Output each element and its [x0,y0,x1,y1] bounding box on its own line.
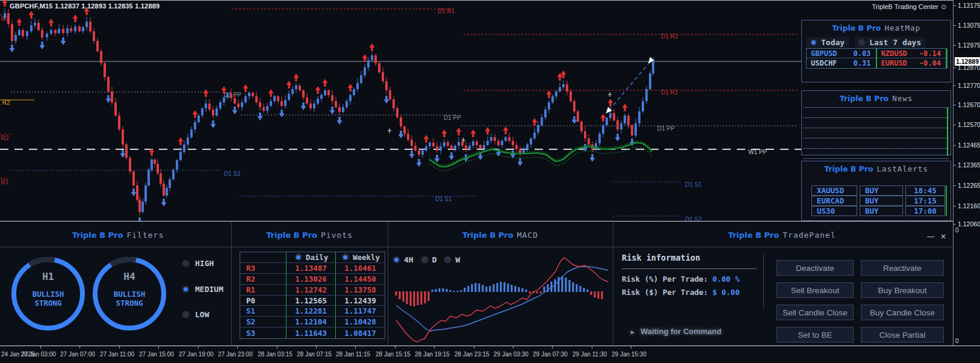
radio-icon[interactable] [342,253,349,261]
signal-arrows [2,0,635,225]
heatmap-cell: USDCHF0.31 [807,58,876,68]
pivot-row-r3: R3 1.13487 1.16461 [240,263,385,274]
alert-row: EURCAD BUY 17:15 [811,196,945,206]
sell-breakout-button[interactable]: Sell Breakout [777,282,854,298]
svg-text:D1 R2: D1 R2 [0,135,9,141]
trendline[interactable] [609,60,651,110]
time-label: 27 Jan 19:00 [179,351,214,358]
risk-dollar-line: Risk ($) Per Trade: $ 0.00 [622,288,757,297]
h1-gauge-text: H1 BULLISH STRONG [10,271,87,308]
price-label: 1.13175 [958,2,980,9]
time-axis[interactable]: 24 Jan 202527 Jan 03:0027 Jan 07:0027 Ja… [0,346,980,363]
trading-terminal: D1 R3D1 R1D1 R2D1 R1D1 PPW1 R2D1 R2D1 R1… [0,0,980,363]
filter-radio-medium[interactable]: MEDIUM [182,285,223,294]
pivots-header-row: Daily Weekly [240,252,385,263]
heatmap-cell: GBPUSD0.03 [807,49,876,58]
time-label: 29 Jan 03:30 [494,351,529,358]
set-to-be-button[interactable]: Set to BE [777,327,854,343]
heatmap-col-left: GBPUSD0.03 USDCHF0.31 [807,49,877,68]
symbol-ohlc-info: GBPCHF,M15 1.12837 1.12893 1.12835 1.128… [10,2,160,10]
minimize-icon[interactable]: — [927,232,934,241]
time-tick [592,346,592,349]
time-tick [552,346,553,349]
time-tick [40,346,41,349]
play-icon: ► [630,329,636,335]
radio-icon[interactable] [182,285,190,293]
close-partial-button[interactable]: Close Partial [861,327,944,343]
heatmap-col-right: NZDUSD-0.14 EURUSD-0.04 [877,49,947,68]
radio-icon[interactable] [858,39,866,46]
svg-text:D1 S1: D1 S1 [435,196,452,202]
window-separator[interactable] [0,221,953,222]
time-tick [79,346,80,349]
time-tick [631,346,631,349]
divider [622,268,757,269]
time-tick [237,346,238,349]
price-tick [954,185,956,186]
alert-row: US30 BUY 17:00 [811,206,945,216]
lastalerts-panel: Triple B ProLastAlerts XAUUSD BUY 18:45 … [801,161,951,221]
time-label: 29 Jan 15:30 [612,351,647,358]
buy-candle-close-button[interactable]: Buy Candle Close [861,305,944,320]
tradepanel-title: Triple B ProTradePanel [613,231,951,240]
sell-candle-close-button[interactable]: Sell Candle Close [777,305,854,320]
time-label: 28 Jan 07:15 [297,351,332,358]
close-icon[interactable]: ✕ [940,232,946,241]
news-row [803,128,949,138]
price-label: 1.12365 [958,161,980,169]
filter-radio-low[interactable]: LOW [182,310,209,319]
reactivate-button[interactable]: Reactivate [861,260,944,276]
price-tick [954,145,956,146]
watermark: TripleB Trading Center☺ [872,2,947,11]
radio-icon[interactable] [810,39,817,46]
pivot-row-s3: S3 1.11643 1.08417 [240,327,385,338]
svg-text:D1 R1: D1 R1 [661,89,678,96]
radio-icon[interactable] [444,256,451,264]
time-tick [158,346,159,349]
subwindow-scale-label: 0 [955,227,959,234]
time-label: 27 Jan 07:00 [60,351,95,358]
time-label: 29 Jan 07:30 [533,351,568,358]
svg-text:D1 R1: D1 R1 [438,8,455,14]
radio-icon[interactable] [295,253,302,261]
radio-icon[interactable] [392,256,400,264]
price-tick [954,45,956,46]
pivot-row-r1: R1 1.12742 1.13758 [240,285,385,296]
price-label: 1.12975 [958,42,980,49]
macd-radio-w[interactable]: W [444,255,460,264]
news-title: Triple B ProNews [802,91,951,103]
time-label: 29 Jan 11:30 [572,351,607,358]
deactivate-button[interactable]: Deactivate [777,260,854,276]
svg-text:D1 S1: D1 S1 [685,181,702,188]
price-tick [954,105,956,105]
macd-radio-d[interactable]: D [421,255,437,264]
panel-divider [231,222,232,345]
macd-radio-4h[interactable]: 4H [392,255,414,264]
price-label: 1.12670 [958,101,980,108]
current-price-badge: 1.12889 [955,57,980,66]
radio-icon[interactable] [182,259,190,267]
price-tick [954,206,956,206]
svg-text:D1 R2: D1 R2 [661,33,678,40]
macd-histogram [395,276,603,306]
pivots-title: Triple B ProPivots [231,231,388,240]
panel-divider [613,222,613,345]
heatmap-radio-last7days[interactable]: Last 7 days [855,37,925,48]
time-tick [474,346,474,349]
news-row [803,149,949,159]
price-label: 1.12570 [958,121,980,128]
price-scale[interactable]: 1.12889 1.131751.130751.129751.128701.12… [953,0,980,346]
buy-breakout-button[interactable]: Buy Breakout [861,282,944,298]
pivots-daily-radio[interactable]: Daily [286,252,335,262]
panel-divider [388,222,388,345]
radio-icon[interactable] [182,311,190,318]
price-tick [954,5,956,6]
news-row [803,107,949,118]
filter-radio-high[interactable]: HIGH [182,259,214,268]
radio-icon[interactable] [421,256,429,264]
heatmap-radio-today[interactable]: Today [807,37,849,48]
time-tick [434,346,435,349]
price-label: 1.12465 [958,141,980,149]
pivots-weekly-radio[interactable]: Weekly [335,252,385,262]
risk-percent-line: Risk (%) Per Trade: 0.00 % [622,275,757,284]
